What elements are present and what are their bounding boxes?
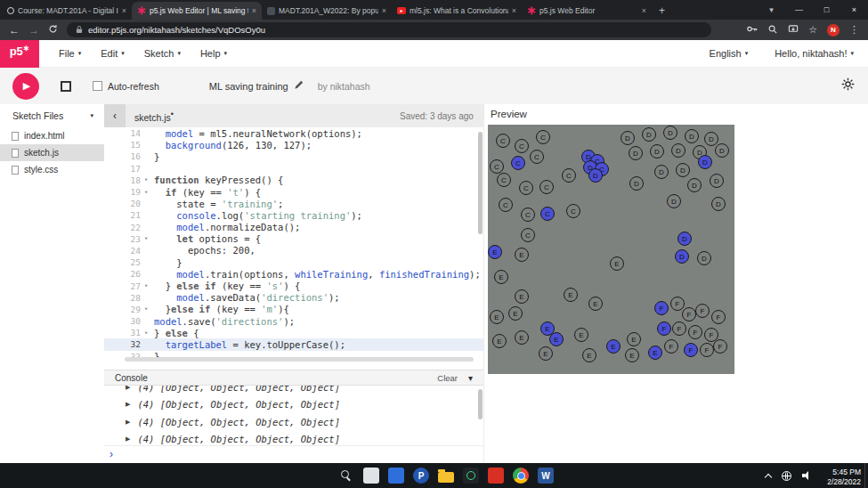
password-key-icon[interactable] <box>746 22 758 38</box>
app-blue-icon[interactable] <box>388 468 404 484</box>
code-line[interactable]: 25 } <box>104 256 483 268</box>
android-studio-icon[interactable] <box>463 468 479 484</box>
sketch-files-header[interactable]: Sketch Files ▾ <box>0 104 104 127</box>
file-item-index.html[interactable]: index.html <box>0 127 104 144</box>
p5-logo[interactable]: p5∗ <box>0 40 39 68</box>
code-line[interactable]: 30model.save('directions'); <box>104 315 483 327</box>
preview-canvas[interactable]: CCCCCCCCCCCCCCCDCDCDDDDDDDDDDDDDDDDDDDDD… <box>488 125 734 374</box>
fold-caret-icon[interactable]: ▾ <box>144 176 154 183</box>
fold-caret-icon[interactable]: ▾ <box>144 189 154 196</box>
refresh-icon[interactable] <box>48 24 58 36</box>
window-maximize-button[interactable]: □ <box>813 5 840 14</box>
tab-close-icon[interactable]: × <box>642 6 646 15</box>
fold-caret-icon[interactable]: ▾ <box>144 305 154 313</box>
console-prompt[interactable]: › <box>104 445 483 461</box>
new-tab-button[interactable]: + <box>659 4 665 17</box>
expand-triangle-icon[interactable]: ▶ <box>126 435 130 443</box>
app-red-icon[interactable] <box>488 468 504 484</box>
fold-caret-icon[interactable]: ▾ <box>144 282 154 289</box>
file-item-style.css[interactable]: style.css <box>0 161 104 178</box>
edit-pencil-icon[interactable] <box>294 80 304 92</box>
browser-tab[interactable]: ∗p5.js Web Editor× <box>522 2 652 20</box>
code-line[interactable]: 20 state = 'training'; <box>104 198 483 209</box>
code-line[interactable]: 26 model.train(options, whileTraining, f… <box>104 268 483 280</box>
network-icon[interactable] <box>782 471 791 481</box>
console-log-row[interactable]: ▶(4) [Object, Object, Object, Object] <box>104 386 483 396</box>
window-close-button[interactable]: × <box>840 5 868 14</box>
window-minimize-button[interactable]: — <box>785 5 813 14</box>
zoom-icon[interactable] <box>767 22 778 38</box>
browser-tab[interactable]: MADT.201A_W2022: By popular× <box>262 2 392 20</box>
console-log-row[interactable]: ▶(4) [Object, Object, Object, Object] <box>104 396 483 414</box>
code-line[interactable]: 32 targetLabel = key.toUpperCase(); <box>104 338 483 350</box>
chrome-icon[interactable] <box>513 468 529 484</box>
tab-search-caret-icon[interactable]: ▾ <box>758 5 785 14</box>
word-icon[interactable]: W <box>538 468 554 484</box>
volume-icon[interactable] <box>802 470 813 481</box>
menu-file[interactable]: File▾ <box>59 48 81 59</box>
fold-caret-icon[interactable]: ▾ <box>144 329 154 337</box>
back-icon[interactable]: ← <box>9 25 20 36</box>
tab-close-icon[interactable]: × <box>122 6 126 15</box>
code-line[interactable]: 14 model = ml5.neuralNetwork(options); <box>104 127 483 139</box>
code-line[interactable]: 18▾function keyPressed() { <box>104 175 483 186</box>
code-line[interactable]: 23▾ let options = { <box>104 233 483 245</box>
app-p-icon[interactable]: P <box>413 468 429 484</box>
show-desktop-button[interactable] <box>864 463 865 488</box>
account-dropdown[interactable]: Hello, niktahash!▾ <box>775 48 854 59</box>
code-line[interactable]: 22 model.normalizeData(); <box>104 222 483 233</box>
bookmark-star-icon[interactable]: ☆ <box>808 24 817 36</box>
settings-button[interactable] <box>840 77 856 95</box>
browser-tab[interactable]: ∗p5.js Web Editor | ML saving trai× <box>132 2 262 20</box>
menu-help[interactable]: Help▾ <box>200 48 227 59</box>
start-icon[interactable] <box>313 468 329 484</box>
collapse-sidebar-button[interactable]: ‹ <box>104 104 126 127</box>
tab-close-icon[interactable]: × <box>252 6 256 15</box>
code-line[interactable]: 15 background(126, 130, 127); <box>104 139 483 150</box>
code-line[interactable]: 17 <box>104 163 483 175</box>
tray-expand-icon[interactable] <box>765 473 772 480</box>
taskbar-clock[interactable]: 5:45 PM 2/28/2022 <box>827 468 861 487</box>
code-line[interactable]: 27▾ } else if (key == 's') { <box>104 280 483 291</box>
autorefresh-checkbox[interactable] <box>93 81 102 91</box>
console-scrollbar[interactable] <box>478 389 483 419</box>
code-line[interactable]: 16} <box>104 150 483 162</box>
code-editor[interactable]: 14 model = ml5.neuralNetwork(options);15… <box>104 127 483 361</box>
search-icon[interactable] <box>338 468 354 484</box>
tab-close-icon[interactable]: × <box>512 6 516 15</box>
code-line[interactable]: 29▾ }else if (key == 'm'){ <box>104 304 483 315</box>
editor-horizontal-scrollbar[interactable] <box>125 357 474 362</box>
expand-triangle-icon[interactable]: ▶ <box>126 386 130 391</box>
code-line[interactable]: 21 console.log('starting training'); <box>104 209 483 221</box>
expand-triangle-icon[interactable]: ▶ <box>126 419 130 426</box>
browser-menu-icon[interactable]: ⋮ <box>849 24 859 36</box>
file-item-sketch.js[interactable]: sketch.js <box>0 144 104 161</box>
project-name[interactable]: ML saving training <box>209 80 304 92</box>
code-line[interactable]: 28 model.saveData('directions'); <box>104 292 483 304</box>
folder-icon[interactable] <box>438 472 454 483</box>
panel-divider[interactable] <box>483 104 484 463</box>
stop-button[interactable] <box>61 81 71 92</box>
chevron-down-icon[interactable]: ▾ <box>90 112 93 119</box>
menu-edit[interactable]: Edit▾ <box>101 48 124 59</box>
install-icon[interactable] <box>788 22 799 38</box>
menu-sketch[interactable]: Sketch▾ <box>144 48 181 59</box>
play-button[interactable]: ▶ <box>12 73 39 100</box>
forward-icon[interactable]: → <box>28 25 39 36</box>
console-log-row[interactable]: ▶(4) [Object, Object, Object, Object] <box>104 413 483 431</box>
fold-caret-icon[interactable]: ▾ <box>144 235 154 242</box>
tab-close-icon[interactable]: × <box>382 6 386 15</box>
code-line[interactable]: 31▾} else { <box>104 327 483 338</box>
photos-icon[interactable] <box>363 468 379 484</box>
console-collapse-icon[interactable]: ▾ <box>468 373 473 383</box>
console-clear-button[interactable]: Clear <box>437 373 458 383</box>
editor-file-tab[interactable]: sketch.js• <box>134 110 174 123</box>
code-line[interactable]: 19▾ if (key == 't') { <box>104 186 483 198</box>
address-bar[interactable]: editor.p5js.org/niktahash/sketches/VqDOs… <box>67 22 711 37</box>
expand-triangle-icon[interactable]: ▶ <box>126 401 130 408</box>
language-dropdown[interactable]: English▾ <box>710 48 749 59</box>
editor-vertical-scrollbar[interactable] <box>478 132 483 234</box>
code-line[interactable]: 24 epochs: 200, <box>104 245 483 256</box>
console-log-row[interactable]: ▶(4) [Object, Object, Object, Object] <box>104 431 483 446</box>
browser-tab[interactable]: ▸ml5.js: What is a Convolutional N× <box>392 2 522 20</box>
